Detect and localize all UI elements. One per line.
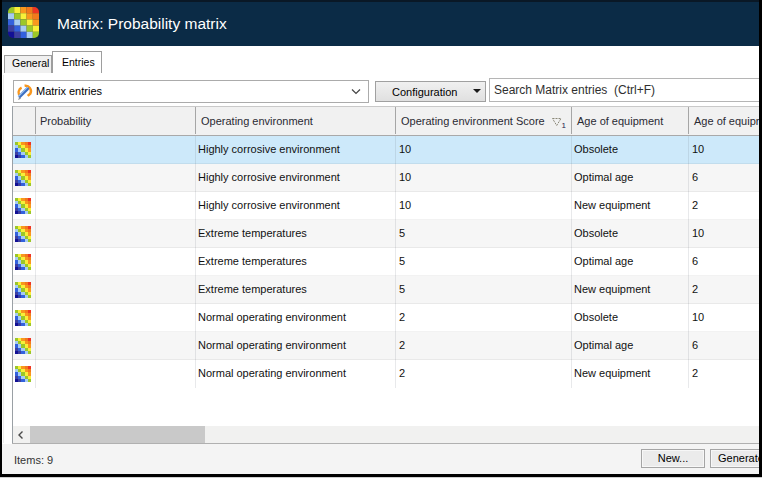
svg-text:1: 1: [562, 121, 567, 129]
